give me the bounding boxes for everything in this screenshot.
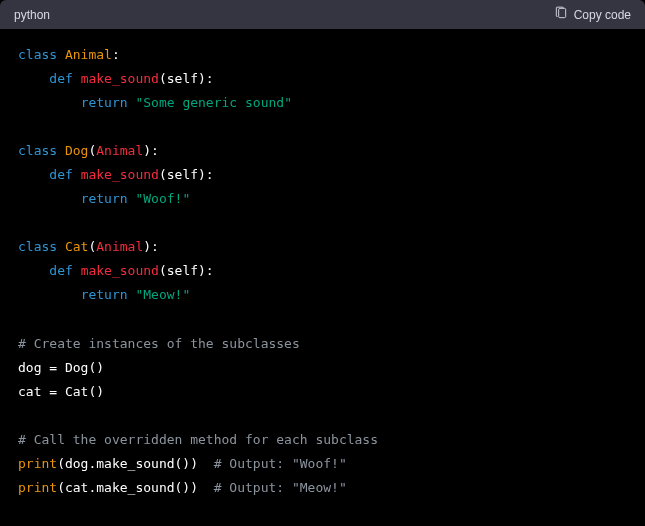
param-self: self [167,167,198,182]
comment-out-meow: # Output: "Meow!" [214,480,347,495]
string-generic: "Some generic sound" [135,95,292,110]
assign-dog: dog = Dog() [18,360,104,375]
keyword-def: def [49,263,72,278]
call-dog: (dog.make_sound()) [57,456,198,471]
string-woof: "Woof!" [135,191,190,206]
param-self: self [167,263,198,278]
fn-make-sound: make_sound [81,71,159,86]
call-cat: (cat.make_sound()) [57,480,198,495]
classname-animal: Animal [65,47,112,62]
copy-code-label: Copy code [574,8,631,22]
builtin-print: print [18,480,57,495]
code-block: python Copy code class Animal: def make_… [0,0,645,526]
classname-cat: Cat [65,239,88,254]
comment-out-woof: # Output: "Woof!" [214,456,347,471]
keyword-def: def [49,167,72,182]
copy-code-button[interactable]: Copy code [554,6,631,23]
keyword-class: class [18,143,57,158]
assign-cat: cat = Cat() [18,384,104,399]
super-animal: Animal [96,143,143,158]
keyword-return: return [81,95,128,110]
keyword-return: return [81,191,128,206]
code-header: python Copy code [0,0,645,29]
code-content: class Animal: def make_sound(self): retu… [0,29,645,518]
svg-rect-0 [558,8,565,17]
fn-make-sound: make_sound [81,263,159,278]
keyword-class: class [18,239,57,254]
comment-call: # Call the overridden method for each su… [18,432,378,447]
fn-make-sound: make_sound [81,167,159,182]
super-animal: Animal [96,239,143,254]
keyword-class: class [18,47,57,62]
language-label: python [14,8,50,22]
clipboard-icon [554,6,568,23]
builtin-print: print [18,456,57,471]
keyword-return: return [81,287,128,302]
param-self: self [167,71,198,86]
comment-instances: # Create instances of the subclasses [18,336,300,351]
classname-dog: Dog [65,143,88,158]
keyword-def: def [49,71,72,86]
string-meow: "Meow!" [135,287,190,302]
